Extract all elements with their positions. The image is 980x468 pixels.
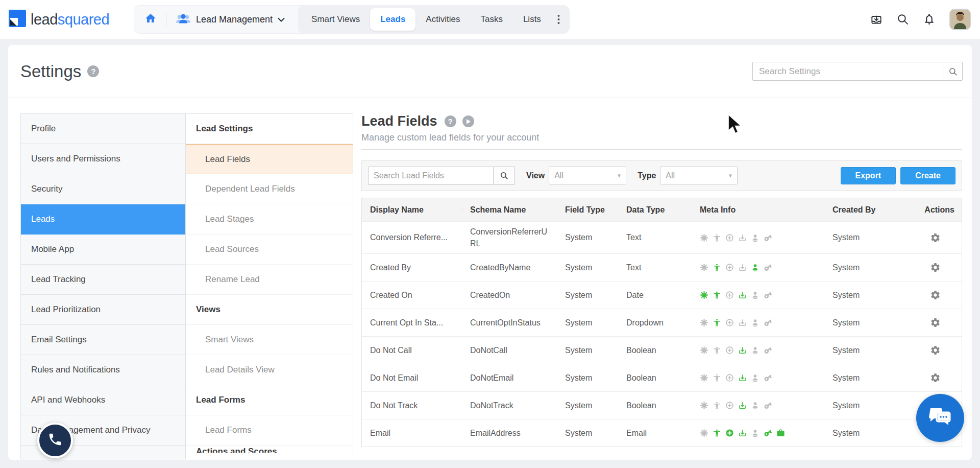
sidebar-item-leads[interactable]: Leads	[21, 204, 185, 235]
tab-smart-views[interactable]: Smart Views	[301, 8, 370, 31]
row-settings-gear-icon[interactable]	[930, 345, 941, 356]
workspace-switcher[interactable]: Lead Management	[176, 13, 285, 26]
home-button[interactable]	[144, 12, 157, 27]
settings-help-icon[interactable]: ?	[87, 65, 99, 77]
table-row-donotcall: Do Not CallDoNotCallSystemBooleanSystem	[362, 336, 962, 364]
sidebar-item-profile[interactable]: Profile	[21, 114, 185, 144]
table-body: Conversion Referre...ConversionReferrerU…	[362, 221, 962, 447]
menu-item-smart-views[interactable]: Smart Views	[186, 325, 353, 355]
cell-meta-info	[688, 397, 824, 414]
notifications-icon[interactable]	[923, 13, 936, 26]
cell-display-name: Conversion Referre...	[362, 229, 462, 246]
menu-item-lead-fields[interactable]: Lead Fields	[186, 144, 353, 174]
lead-fields-search-button[interactable]	[494, 167, 515, 185]
key-icon	[764, 318, 772, 327]
cell-field-type: System	[557, 369, 618, 387]
panel-divider	[361, 149, 962, 150]
sidebar-item-lead-prioritization[interactable]: Lead Prioritization	[21, 295, 185, 325]
cell-schema-name: EmailAddress	[462, 423, 557, 443]
tab-activities[interactable]: Activities	[415, 8, 470, 31]
menu-item-dependent-lead-fields[interactable]: Dependent Lead Fields	[186, 174, 353, 204]
plus-icon	[725, 291, 734, 299]
cell-data-type: Text	[618, 229, 688, 246]
person-icon	[713, 263, 721, 272]
cell-created-by: System	[824, 425, 905, 442]
menu-item-rename-lead[interactable]: Rename Lead	[186, 265, 353, 295]
users-group-icon	[176, 13, 191, 26]
cell-actions	[905, 341, 962, 360]
export-button[interactable]: Export	[841, 167, 896, 184]
leadsquared-logo[interactable]: leadsquared	[8, 9, 120, 30]
home-icon	[144, 12, 157, 27]
lead-fields-toolbar: View All▾ Type All▾ Export Create	[361, 160, 962, 191]
search-icon[interactable]	[896, 13, 910, 26]
lead-fields-table: Display NameSchema NameField TypeData Ty…	[361, 198, 962, 447]
download-icon	[738, 263, 747, 272]
row-settings-gear-icon[interactable]	[930, 262, 941, 273]
tab-lists[interactable]: Lists	[513, 8, 551, 31]
cell-field-type: System	[557, 397, 618, 414]
cell-display-name: Current Opt In Sta...	[362, 314, 462, 332]
plus-icon	[725, 401, 734, 410]
settings-search-input[interactable]	[753, 62, 943, 80]
call-fab[interactable]	[37, 423, 73, 458]
sidebar-item-security[interactable]: Security	[21, 174, 185, 204]
sidebar-item-mobile-app[interactable]: Mobile App	[21, 235, 185, 265]
workspace-label: Lead Management	[196, 14, 273, 25]
sidebar-item-users-and-permissions[interactable]: Users and Permissions	[21, 144, 185, 174]
sidebar-item-lead-tracking[interactable]: Lead Tracking	[21, 265, 185, 295]
view-filter-select[interactable]: All▾	[549, 167, 626, 184]
row-settings-gear-icon[interactable]	[930, 290, 941, 300]
user-avatar[interactable]	[949, 9, 971, 30]
cell-created-by: System	[824, 259, 905, 276]
row-settings-gear-icon[interactable]	[930, 317, 941, 328]
cell-field-type: System	[557, 287, 618, 304]
column-header-actions: Actions	[905, 205, 962, 215]
row-settings-gear-icon[interactable]	[930, 232, 941, 243]
lead-fields-search	[368, 167, 515, 185]
cell-schema-name: CreatedByName	[462, 258, 557, 277]
sidebar-item-rules-and-notifications[interactable]: Rules and Notifications	[21, 355, 185, 385]
menu-section-lead-forms: Lead Forms	[186, 385, 353, 415]
menu-item-lead-sources[interactable]: Lead Sources	[186, 235, 353, 265]
settings-page-card: Settings ? ProfileUsers and PermissionsS…	[8, 45, 972, 460]
row-settings-gear-icon[interactable]	[930, 372, 941, 383]
menu-item-lead-details-view[interactable]: Lead Details View	[186, 355, 353, 385]
leadsquared-logo-icon	[8, 9, 27, 30]
sidebar-item-email-settings[interactable]: Email Settings	[21, 325, 185, 355]
menu-item-lead-stages[interactable]: Lead Stages	[186, 204, 353, 235]
settings-search-icon[interactable]	[943, 62, 962, 80]
type-filter-select[interactable]: All▾	[660, 167, 738, 184]
import-icon[interactable]	[870, 13, 883, 26]
key-icon	[764, 291, 772, 299]
person-icon	[713, 373, 721, 382]
download-icon	[738, 401, 747, 410]
cell-created-by: System	[824, 287, 905, 304]
table-row-emailaddress: EmailEmailAddressSystemEmailSystem	[362, 419, 962, 447]
lead-fields-help-icon[interactable]: ?	[445, 115, 456, 127]
chat-bubbles-icon	[928, 406, 952, 430]
cell-data-type: Boolean	[618, 369, 688, 387]
sidebar-item-api-and-webhooks[interactable]: API and Webhooks	[21, 385, 185, 415]
lead-fields-search-input[interactable]	[368, 167, 494, 185]
menu-item-lead-forms[interactable]: Lead Forms	[186, 415, 353, 446]
plus-icon	[725, 233, 734, 242]
cell-meta-info	[688, 314, 824, 331]
phone-icon	[47, 432, 63, 449]
settings-search	[752, 62, 963, 81]
bust-icon	[751, 263, 760, 272]
cell-meta-info	[688, 425, 824, 441]
more-tabs-icon[interactable]	[551, 14, 566, 25]
plus-icon	[725, 429, 734, 437]
tab-leads[interactable]: Leads	[370, 8, 415, 31]
cell-actions	[905, 368, 962, 387]
chevron-down-icon: ▾	[618, 172, 621, 179]
plus-icon	[725, 373, 734, 382]
bust-icon	[751, 233, 760, 242]
tab-tasks[interactable]: Tasks	[470, 8, 512, 31]
create-button[interactable]: Create	[900, 167, 955, 184]
panel-subtitle: Manage custom lead fields for your accou…	[361, 132, 962, 143]
chat-fab[interactable]	[916, 394, 964, 442]
cell-data-type: Email	[618, 425, 688, 442]
lead-fields-video-icon[interactable]	[462, 115, 474, 127]
